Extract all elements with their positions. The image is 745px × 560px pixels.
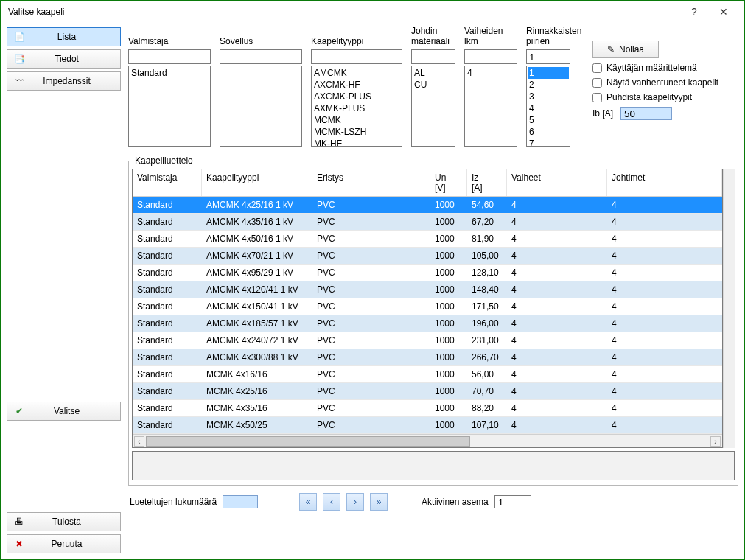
vertical-scrollbar[interactable] xyxy=(723,169,735,448)
table-row[interactable]: StandardAMCMK 4x185/57 1 kVPVC1000196,00… xyxy=(133,315,722,332)
sidebar-item-label: Lista xyxy=(19,32,114,42)
checkbox[interactable] xyxy=(592,93,602,102)
cable-list-group: Kaapeliluettelo Valmistaja Kaapelityyppi… xyxy=(128,155,738,486)
table-cell: MCMK 4x16/16 xyxy=(202,366,312,382)
table-row[interactable]: StandardAMCMK 4x70/21 1 kVPVC1000105,004… xyxy=(133,248,722,265)
table-cell: 4 xyxy=(507,366,607,382)
list-item[interactable]: 7 xyxy=(528,138,569,147)
scroll-left-icon[interactable]: ‹ xyxy=(134,436,144,447)
col-vendor[interactable]: Valmistaja xyxy=(133,169,202,196)
parallel-listbox[interactable]: 123456789 xyxy=(526,66,570,147)
nav-next-button[interactable]: › xyxy=(346,493,364,511)
reset-button[interactable]: ✎ Nollaa xyxy=(592,41,659,58)
checkbox[interactable] xyxy=(592,63,602,73)
table-row[interactable]: StandardMCMK 4x25/16PVC100070,7044 xyxy=(133,383,722,400)
phases-input[interactable] xyxy=(464,49,517,64)
application-listbox[interactable] xyxy=(220,66,302,147)
table-cell: AMCMK 4x300/88 1 kV xyxy=(202,349,312,365)
material-listbox[interactable]: ALCU xyxy=(411,66,455,147)
col-un[interactable]: Un[V] xyxy=(430,169,467,196)
table-cell: AMCMK 4x240/72 1 kV xyxy=(202,332,312,349)
table-cell: 4 xyxy=(607,400,722,416)
table-row[interactable]: StandardAMCMK 4x35/16 1 kVPVC100067,2044 xyxy=(133,214,722,231)
table-row[interactable]: StandardAMCMK 4x120/41 1 kVPVC1000148,40… xyxy=(133,281,722,298)
active-station-input[interactable] xyxy=(494,495,531,508)
cancel-button[interactable]: ✖ Peruuta xyxy=(7,534,121,553)
listed-count-input[interactable] xyxy=(223,495,258,508)
list-item[interactable]: MK-HF xyxy=(312,138,401,147)
sidebar-item-impedances[interactable]: 〰 Impedanssit xyxy=(7,71,121,91)
table-cell: 148,40 xyxy=(467,281,507,298)
horizontal-scrollbar[interactable]: ‹ › xyxy=(133,434,722,447)
col-phases[interactable]: Vaiheet xyxy=(507,169,607,196)
material-input[interactable] xyxy=(411,49,455,64)
cabletype-listbox[interactable]: AMCMKAXCMK-HFAXCMK-PLUSAXMK-PLUSMCMKMCMK… xyxy=(311,66,402,147)
sidebar-item-list[interactable]: 📄 Lista xyxy=(7,27,121,46)
close-button[interactable]: ✕ xyxy=(709,1,738,22)
col-insulation[interactable]: Eristys xyxy=(312,169,430,196)
table-cell: Standard xyxy=(133,197,202,213)
check-user-defined[interactable]: Käyttäjän määrittelemä xyxy=(592,63,718,73)
parallel-input[interactable] xyxy=(526,49,570,64)
table-body[interactable]: StandardAMCMK 4x25/16 1 kVPVC100054,6044… xyxy=(133,197,722,434)
list-item[interactable]: 2 xyxy=(528,79,569,91)
table-cell: 1000 xyxy=(430,383,467,399)
list-item[interactable]: 6 xyxy=(528,126,569,138)
cabletype-input[interactable] xyxy=(311,49,402,64)
list-item[interactable]: MCMK xyxy=(312,114,401,126)
table-row[interactable]: StandardAMCMK 4x240/72 1 kVPVC1000231,00… xyxy=(133,332,722,349)
scroll-right-icon[interactable]: › xyxy=(710,436,721,447)
list-item[interactable]: 1 xyxy=(528,67,569,79)
table-row[interactable]: StandardMCMK 4x35/16PVC100088,2044 xyxy=(133,400,722,417)
list-item[interactable]: AMCMK xyxy=(312,67,401,79)
table-cell: 1000 xyxy=(430,417,467,433)
list-item[interactable]: CU xyxy=(413,79,454,91)
list-item[interactable]: 5 xyxy=(528,114,569,126)
table-cell: 4 xyxy=(607,417,722,433)
list-item[interactable]: AXMK-PLUS xyxy=(312,102,401,114)
list-item[interactable]: AXCMK-PLUS xyxy=(312,91,401,102)
table-row[interactable]: StandardAMCMK 4x25/16 1 kVPVC100054,6044 xyxy=(133,197,722,214)
nav-last-button[interactable]: » xyxy=(370,493,388,511)
check-clean-types[interactable]: Puhdista kaapelityypit xyxy=(592,92,718,102)
table-cell: PVC xyxy=(312,349,430,365)
table-row[interactable]: StandardAMCMK 4x150/41 1 kVPVC1000171,50… xyxy=(133,298,722,315)
phases-listbox[interactable]: 4 xyxy=(464,66,517,147)
table-cell: AMCMK 4x70/21 1 kV xyxy=(202,248,312,264)
nav-first-button[interactable]: « xyxy=(299,493,317,511)
list-item[interactable]: 4 xyxy=(466,67,516,79)
select-button[interactable]: ✔ Valitse xyxy=(7,402,121,421)
print-button[interactable]: 🖶 Tulosta xyxy=(7,512,121,531)
application-input[interactable] xyxy=(220,49,302,64)
chevron-left-icon: ‹ xyxy=(330,497,333,507)
scroll-thumb[interactable] xyxy=(146,436,470,447)
table-cell: Standard xyxy=(133,265,202,281)
sidebar-item-details[interactable]: 📑 Tiedot xyxy=(7,49,121,69)
chevron-right-icon: › xyxy=(354,497,357,507)
table-cell: 1000 xyxy=(430,315,467,332)
col-cabletype[interactable]: Kaapelityyppi xyxy=(202,169,312,196)
table-row[interactable]: StandardAMCMK 4x95/29 1 kVPVC1000128,104… xyxy=(133,265,722,281)
list-item[interactable]: 4 xyxy=(528,102,569,114)
table-cell: 4 xyxy=(507,315,607,332)
help-button[interactable]: ? xyxy=(679,1,709,22)
list-item[interactable]: AL xyxy=(413,67,454,79)
col-conductors[interactable]: Johtimet xyxy=(607,169,722,196)
vendor-listbox[interactable]: Standard xyxy=(128,66,211,147)
vendor-input[interactable] xyxy=(128,49,211,64)
table-row[interactable]: StandardAMCMK 4x300/88 1 kVPVC1000266,70… xyxy=(133,349,722,366)
list-item[interactable]: AXCMK-HF xyxy=(312,79,401,91)
checkbox[interactable] xyxy=(592,78,602,88)
table-row[interactable]: StandardMCMK 4x16/16PVC100056,0044 xyxy=(133,366,722,383)
list-item[interactable]: 3 xyxy=(528,91,569,102)
table-row[interactable]: StandardAMCMK 4x50/16 1 kVPVC100081,9044 xyxy=(133,231,722,248)
nav-prev-button[interactable]: ‹ xyxy=(323,493,340,511)
table-row[interactable]: StandardMCMK 4x50/25PVC1000107,1044 xyxy=(133,417,722,434)
list-item[interactable]: Standard xyxy=(130,67,209,79)
table-cell: AMCMK 4x50/16 1 kV xyxy=(202,231,312,247)
check-show-obsolete[interactable]: Näytä vanhentuneet kaapelit xyxy=(592,77,718,88)
ib-input[interactable] xyxy=(620,107,672,120)
list-item[interactable]: MCMK-LSZH xyxy=(312,126,401,138)
table-cell: 4 xyxy=(507,248,607,264)
col-iz[interactable]: Iz[A] xyxy=(467,169,507,196)
